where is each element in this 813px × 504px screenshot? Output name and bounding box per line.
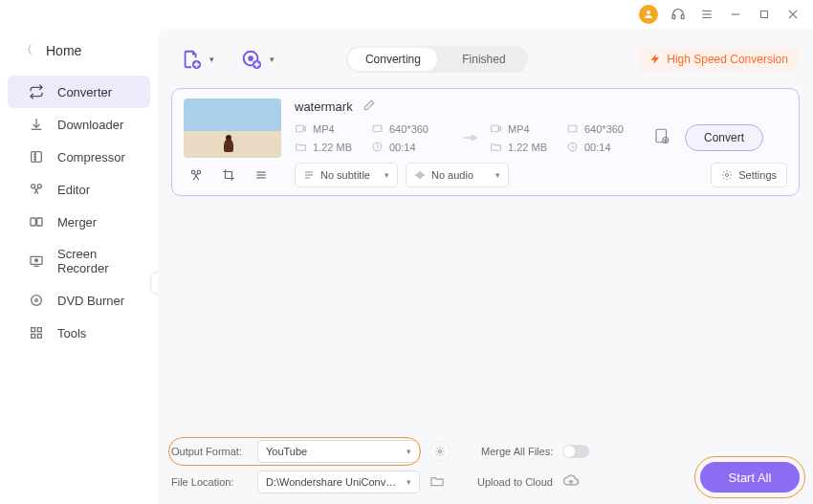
start-all-button[interactable]: Start All <box>700 462 800 493</box>
svg-point-23 <box>35 299 38 302</box>
audio-icon <box>414 169 426 181</box>
video-icon <box>490 122 502 135</box>
sidebar-item-label: Downloader <box>57 118 123 132</box>
open-folder-button[interactable] <box>429 473 447 491</box>
editor-icon <box>29 182 44 197</box>
chevron-down-icon: ▾ <box>495 170 500 180</box>
merge-label: Merge All Files: <box>481 446 553 457</box>
svg-rect-27 <box>37 334 41 338</box>
upload-cloud-label: Upload to Cloud <box>477 476 553 488</box>
sidebar-item-downloader[interactable]: Downloader <box>8 108 150 141</box>
audio-select[interactable]: No audio ▾ <box>406 163 509 187</box>
sidebar-item-screen-recorder[interactable]: Screen Recorder <box>8 238 150 284</box>
media-item-card: watermark MP4 1.22 MB 640*360 00:14 <box>171 88 800 196</box>
minimize-button[interactable] <box>727 6 744 23</box>
sidebar-item-converter[interactable]: Converter <box>8 76 150 108</box>
svg-rect-25 <box>37 328 41 332</box>
video-icon <box>295 122 307 135</box>
gear-icon <box>721 169 733 181</box>
crop-button[interactable] <box>216 163 241 187</box>
svg-rect-24 <box>32 328 35 332</box>
settings-button[interactable]: Settings <box>711 163 787 187</box>
subtitle-icon <box>303 169 315 181</box>
folder-icon <box>490 141 502 153</box>
sidebar-item-label: Merger <box>57 215 97 230</box>
svg-rect-32 <box>297 125 304 132</box>
sidebar-item-label: Tools <box>57 326 86 340</box>
sidebar-item-label: Editor <box>57 183 90 197</box>
chevron-left-icon: 〈 <box>21 42 33 58</box>
sidebar-item-merger[interactable]: Merger <box>8 206 150 238</box>
add-file-dropdown[interactable]: ▾ <box>209 55 214 64</box>
add-file-button[interactable] <box>179 47 204 72</box>
chevron-down-icon: ▾ <box>406 477 411 487</box>
high-speed-conversion-button[interactable]: High Speed Conversion <box>638 48 800 71</box>
tools-icon <box>29 325 44 340</box>
sidebar-item-label: Compressor <box>57 150 125 164</box>
svg-rect-35 <box>492 125 499 132</box>
upload-cloud-button[interactable] <box>562 472 580 492</box>
svg-point-51 <box>439 450 442 453</box>
svg-rect-2 <box>681 15 684 19</box>
resolution-icon <box>566 122 579 135</box>
add-dvd-dropdown[interactable]: ▾ <box>270 55 275 64</box>
sidebar-item-dvd-burner[interactable]: DVD Burner <box>8 284 150 317</box>
add-dvd-button[interactable] <box>239 47 264 72</box>
folder-icon <box>295 141 307 153</box>
sidebar-item-compressor[interactable]: Compressor <box>8 141 150 173</box>
clock-icon <box>371 141 384 153</box>
sidebar-item-label: Screen Recorder <box>57 247 150 275</box>
arrow-right-icon <box>451 127 490 148</box>
merge-all-toggle[interactable] <box>562 445 589 458</box>
file-location-label: File Location: <box>171 476 248 488</box>
svg-point-20 <box>35 259 38 262</box>
sidebar-item-editor[interactable]: Editor <box>8 173 150 206</box>
home-label: Home <box>46 43 81 58</box>
chevron-down-icon: ▾ <box>406 447 411 456</box>
task-tabs: Converting Finished <box>346 46 528 73</box>
svg-point-30 <box>249 56 253 60</box>
converter-icon <box>29 84 44 99</box>
output-format-select[interactable]: YouTube ▾ <box>257 440 420 463</box>
home-nav[interactable]: 〈 Home <box>0 34 158 66</box>
trim-button[interactable] <box>184 163 209 187</box>
menu-icon[interactable] <box>698 6 715 23</box>
output-format-label: Output Format: <box>171 446 248 457</box>
downloader-icon <box>29 117 44 132</box>
svg-point-22 <box>32 296 42 306</box>
screen-recorder-icon <box>29 253 44 269</box>
tab-finished[interactable]: Finished <box>439 46 528 73</box>
sidebar-item-tools[interactable]: Tools <box>8 317 150 349</box>
subtitle-select[interactable]: No subtitle ▾ <box>295 163 398 187</box>
svg-rect-17 <box>31 218 35 226</box>
headset-icon[interactable] <box>670 6 687 23</box>
merger-icon <box>29 214 44 230</box>
svg-rect-1 <box>672 15 675 19</box>
svg-rect-36 <box>568 125 577 132</box>
user-avatar[interactable] <box>639 5 658 24</box>
compressor-icon <box>29 149 44 164</box>
svg-rect-7 <box>761 11 768 18</box>
svg-rect-33 <box>373 125 382 132</box>
resolution-icon <box>371 122 384 135</box>
svg-point-50 <box>726 174 729 177</box>
clock-icon <box>566 141 579 153</box>
tab-converting[interactable]: Converting <box>348 48 437 71</box>
svg-point-0 <box>647 11 650 14</box>
maximize-button[interactable] <box>756 6 773 23</box>
bolt-icon <box>649 54 661 65</box>
file-location-select[interactable]: D:\Wondershare UniConverter 1 ▾ <box>257 471 420 493</box>
sidebar-item-label: DVD Burner <box>57 294 124 308</box>
item-settings-icon[interactable] <box>653 127 670 148</box>
edit-name-icon[interactable] <box>363 99 376 115</box>
svg-rect-18 <box>37 218 42 226</box>
output-settings-button[interactable] <box>429 441 450 462</box>
close-button[interactable] <box>784 6 802 23</box>
dvd-icon <box>29 293 44 308</box>
effects-button[interactable] <box>249 163 274 187</box>
svg-rect-26 <box>32 334 35 338</box>
chevron-down-icon: ▾ <box>385 170 389 180</box>
video-thumbnail[interactable] <box>184 99 281 158</box>
convert-button[interactable]: Convert <box>685 124 763 151</box>
file-name: watermark <box>295 99 353 114</box>
